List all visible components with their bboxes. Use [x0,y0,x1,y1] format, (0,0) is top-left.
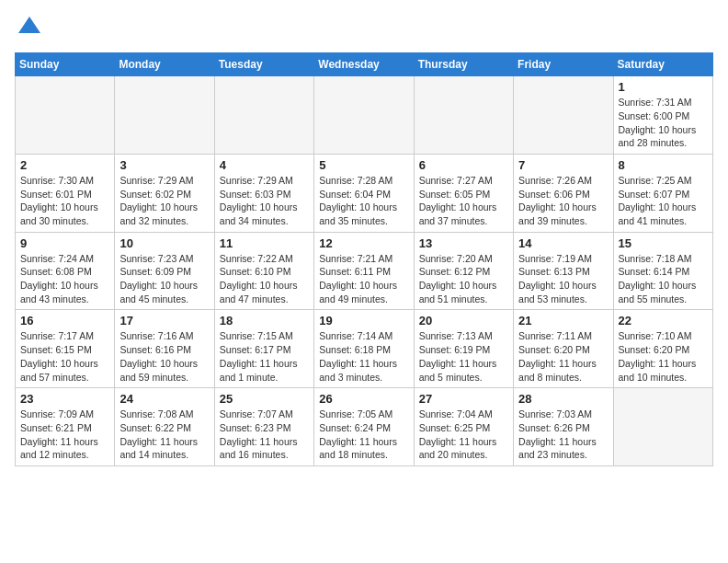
day-number: 8 [619,158,708,172]
day-info: Sunrise: 7:17 AM Sunset: 6:15 PM Dayligh… [20,329,109,384]
day-info: Sunrise: 7:09 AM Sunset: 6:21 PM Dayligh… [20,408,109,462]
day-info: Sunrise: 7:28 AM Sunset: 6:04 PM Dayligh… [319,174,408,228]
logo [15,15,42,41]
day-number: 14 [518,236,608,250]
calendar-cell: 8Sunrise: 7:25 AM Sunset: 6:07 PM Daylig… [613,154,712,232]
calendar-week-row: 16Sunrise: 7:17 AM Sunset: 6:15 PM Dayli… [16,310,713,388]
day-number: 10 [119,236,209,250]
day-number: 11 [220,236,309,250]
day-info: Sunrise: 7:14 AM Sunset: 6:18 PM Dayligh… [319,329,408,384]
calendar-cell: 25Sunrise: 7:07 AM Sunset: 6:23 PM Dayli… [214,388,313,466]
calendar-cell: 22Sunrise: 7:10 AM Sunset: 6:20 PM Dayli… [613,310,712,388]
calendar-cell: 26Sunrise: 7:05 AM Sunset: 6:24 PM Dayli… [314,388,414,466]
day-number: 17 [119,314,209,327]
calendar-cell: 10Sunrise: 7:23 AM Sunset: 6:09 PM Dayli… [115,232,214,310]
day-number: 21 [518,314,608,327]
day-info: Sunrise: 7:23 AM Sunset: 6:09 PM Dayligh… [119,252,209,306]
day-info: Sunrise: 7:19 AM Sunset: 6:13 PM Dayligh… [518,252,608,306]
day-number: 20 [419,314,508,327]
day-info: Sunrise: 7:11 AM Sunset: 6:20 PM Dayligh… [518,329,608,384]
day-info: Sunrise: 7:08 AM Sunset: 6:22 PM Dayligh… [119,408,209,462]
day-number: 25 [220,392,309,406]
day-info: Sunrise: 7:31 AM Sunset: 6:00 PM Dayligh… [619,96,708,150]
calendar-cell: 27Sunrise: 7:04 AM Sunset: 6:25 PM Dayli… [414,388,513,466]
day-number: 7 [518,158,608,172]
page-header [15,15,713,41]
calendar-cell: 9Sunrise: 7:24 AM Sunset: 6:08 PM Daylig… [16,232,115,310]
day-number: 19 [319,314,408,327]
calendar-week-row: 9Sunrise: 7:24 AM Sunset: 6:08 PM Daylig… [16,232,713,310]
day-number: 15 [619,236,708,250]
day-info: Sunrise: 7:15 AM Sunset: 6:17 PM Dayligh… [220,329,309,384]
calendar-cell: 23Sunrise: 7:09 AM Sunset: 6:21 PM Dayli… [16,388,115,466]
calendar-week-row: 1Sunrise: 7:31 AM Sunset: 6:00 PM Daylig… [16,76,713,155]
day-info: Sunrise: 7:10 AM Sunset: 6:20 PM Dayligh… [619,329,708,384]
calendar-header-saturday: Saturday [613,53,712,76]
day-info: Sunrise: 7:21 AM Sunset: 6:11 PM Dayligh… [319,252,408,306]
day-info: Sunrise: 7:26 AM Sunset: 6:06 PM Dayligh… [518,174,608,228]
day-number: 9 [20,236,109,250]
day-number: 13 [419,236,508,250]
calendar-cell [514,76,613,155]
day-info: Sunrise: 7:22 AM Sunset: 6:10 PM Dayligh… [220,252,309,306]
calendar-cell: 16Sunrise: 7:17 AM Sunset: 6:15 PM Dayli… [16,310,115,388]
day-number: 16 [20,314,109,327]
day-info: Sunrise: 7:16 AM Sunset: 6:16 PM Dayligh… [119,329,209,384]
calendar-header-row: SundayMondayTuesdayWednesdayThursdayFrid… [16,53,713,76]
calendar-header-monday: Monday [115,53,214,76]
day-number: 12 [319,236,408,250]
calendar-cell [613,388,712,466]
calendar-cell: 17Sunrise: 7:16 AM Sunset: 6:16 PM Dayli… [115,310,214,388]
day-info: Sunrise: 7:18 AM Sunset: 6:14 PM Dayligh… [619,252,708,306]
calendar-table: SundayMondayTuesdayWednesdayThursdayFrid… [15,52,713,466]
calendar-week-row: 2Sunrise: 7:30 AM Sunset: 6:01 PM Daylig… [16,154,713,232]
day-number: 22 [619,314,708,327]
day-number: 18 [220,314,309,327]
calendar-cell: 1Sunrise: 7:31 AM Sunset: 6:00 PM Daylig… [613,76,712,155]
day-number: 5 [319,158,408,172]
calendar-cell: 18Sunrise: 7:15 AM Sunset: 6:17 PM Dayli… [214,310,313,388]
day-number: 3 [119,158,209,172]
calendar-header-wednesday: Wednesday [314,53,414,76]
calendar-cell: 21Sunrise: 7:11 AM Sunset: 6:20 PM Dayli… [514,310,613,388]
day-number: 4 [220,158,309,172]
calendar-week-row: 23Sunrise: 7:09 AM Sunset: 6:21 PM Dayli… [16,388,713,466]
calendar-header-thursday: Thursday [414,53,513,76]
svg-marker-0 [18,17,40,33]
day-number: 2 [20,158,109,172]
day-info: Sunrise: 7:04 AM Sunset: 6:25 PM Dayligh… [419,408,508,462]
calendar-cell: 19Sunrise: 7:14 AM Sunset: 6:18 PM Dayli… [314,310,414,388]
day-info: Sunrise: 7:29 AM Sunset: 6:02 PM Dayligh… [119,174,209,228]
calendar-cell: 13Sunrise: 7:20 AM Sunset: 6:12 PM Dayli… [414,232,513,310]
calendar-cell: 4Sunrise: 7:29 AM Sunset: 6:03 PM Daylig… [214,154,313,232]
calendar-cell: 5Sunrise: 7:28 AM Sunset: 6:04 PM Daylig… [314,154,414,232]
day-number: 26 [319,392,408,406]
day-info: Sunrise: 7:25 AM Sunset: 6:07 PM Dayligh… [619,174,708,228]
calendar-cell: 14Sunrise: 7:19 AM Sunset: 6:13 PM Dayli… [514,232,613,310]
day-info: Sunrise: 7:27 AM Sunset: 6:05 PM Dayligh… [419,174,508,228]
day-number: 27 [419,392,508,406]
calendar-header-tuesday: Tuesday [214,53,313,76]
calendar-cell: 28Sunrise: 7:03 AM Sunset: 6:26 PM Dayli… [514,388,613,466]
day-number: 28 [518,392,608,406]
day-number: 24 [119,392,209,406]
day-info: Sunrise: 7:24 AM Sunset: 6:08 PM Dayligh… [20,252,109,306]
calendar-cell: 3Sunrise: 7:29 AM Sunset: 6:02 PM Daylig… [115,154,214,232]
calendar-cell: 7Sunrise: 7:26 AM Sunset: 6:06 PM Daylig… [514,154,613,232]
calendar-cell: 11Sunrise: 7:22 AM Sunset: 6:10 PM Dayli… [214,232,313,310]
calendar-cell: 12Sunrise: 7:21 AM Sunset: 6:11 PM Dayli… [314,232,414,310]
calendar-header-friday: Friday [514,53,613,76]
day-info: Sunrise: 7:03 AM Sunset: 6:26 PM Dayligh… [518,408,608,462]
day-info: Sunrise: 7:20 AM Sunset: 6:12 PM Dayligh… [419,252,508,306]
day-info: Sunrise: 7:07 AM Sunset: 6:23 PM Dayligh… [220,408,309,462]
calendar-cell [414,76,513,155]
day-info: Sunrise: 7:30 AM Sunset: 6:01 PM Dayligh… [20,174,109,228]
calendar-cell: 2Sunrise: 7:30 AM Sunset: 6:01 PM Daylig… [16,154,115,232]
day-number: 1 [619,80,708,94]
day-number: 23 [20,392,109,406]
day-info: Sunrise: 7:13 AM Sunset: 6:19 PM Dayligh… [419,329,508,384]
logo-icon [17,15,42,40]
day-number: 6 [419,158,508,172]
calendar-cell: 6Sunrise: 7:27 AM Sunset: 6:05 PM Daylig… [414,154,513,232]
calendar-cell [16,76,115,155]
